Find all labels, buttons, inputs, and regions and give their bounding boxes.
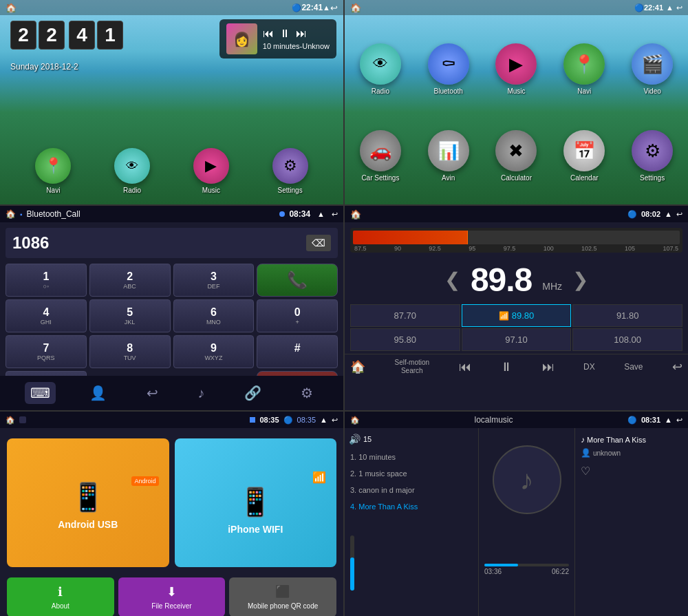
freq-down-btn[interactable]: ❮: [444, 268, 460, 291]
self-motion-btn[interactable]: Self-motionSearch: [394, 359, 429, 375]
settings-icon-bt[interactable]: ⚙: [295, 382, 319, 404]
key-2[interactable]: 2ABC: [89, 264, 171, 297]
grid-radio[interactable]: 👁 Radio: [348, 28, 413, 111]
preset-8980[interactable]: 📶 89.80: [462, 304, 572, 327]
freq-label-875: 87.5: [354, 245, 367, 252]
home-icon-bt[interactable]: 🏠: [6, 209, 16, 219]
expand-radio[interactable]: ▲: [665, 210, 672, 218]
heart-icon[interactable]: ♡: [581, 465, 682, 478]
carset-circle[interactable]: 🚗: [360, 130, 401, 171]
grid-navi[interactable]: 📍 Navi: [552, 28, 616, 111]
radio-app[interactable]: 👁 Radio: [114, 148, 150, 194]
digit-2: 2: [39, 21, 65, 50]
music-app[interactable]: ▶ Music: [193, 148, 229, 194]
home-icon[interactable]: 🏠: [6, 3, 17, 13]
key-3[interactable]: 3DEF: [173, 264, 255, 297]
playlist-item-4[interactable]: 4. More Than A Kiss: [345, 498, 478, 515]
dx-btn[interactable]: DX: [583, 362, 595, 372]
playlist-item-3[interactable]: 3. canon in d major: [345, 482, 478, 498]
expand-music[interactable]: ▲: [665, 416, 672, 424]
recent-icon[interactable]: ↩: [141, 382, 164, 404]
key-0[interactable]: 0+: [257, 299, 338, 332]
save-btn-radio[interactable]: Save: [624, 362, 643, 372]
expand-2[interactable]: ▲: [666, 3, 674, 12]
home-icon-mirror[interactable]: 🏠: [6, 416, 15, 425]
expand-icon-1[interactable]: ▲: [323, 3, 330, 12]
key-4[interactable]: 4GHI: [6, 299, 87, 332]
preset-8770[interactable]: 87.70: [350, 304, 460, 327]
iphone-wifi-btn[interactable]: 📶 📱 iPhone WIFI: [175, 438, 337, 567]
freq-unit: MHz: [542, 281, 562, 299]
settings-icon-home[interactable]: ⚙: [272, 148, 308, 184]
grid-music[interactable]: ▶ Music: [484, 28, 549, 111]
expand-mirror[interactable]: ▲: [320, 416, 327, 424]
time-total: 06:22: [552, 568, 569, 575]
prev-radio[interactable]: ⏮: [459, 360, 471, 374]
grid-avin[interactable]: 📊 Avin: [416, 114, 481, 198]
file-receiver-btn[interactable]: ⬇ File Receiver: [118, 577, 226, 616]
key-5[interactable]: 5JKL: [89, 299, 171, 332]
expand-bt[interactable]: ▲: [317, 210, 325, 218]
playlist-item-1[interactable]: 1. 10 minutes: [345, 449, 478, 465]
grid-settings[interactable]: ⚙ Settings: [620, 114, 685, 198]
bt-circle[interactable]: ⚰: [428, 43, 469, 85]
home-ctrl-radio[interactable]: 🏠: [350, 359, 365, 374]
back-ctrl-radio[interactable]: ↩: [672, 359, 682, 374]
freq-up-btn[interactable]: ❯: [572, 268, 588, 291]
about-btn[interactable]: ℹ About: [7, 577, 114, 616]
key-1[interactable]: 1○◦: [6, 264, 87, 297]
backspace-btn[interactable]: ⌫: [306, 235, 331, 251]
link-icon[interactable]: 🔗: [239, 382, 267, 404]
back-music[interactable]: ↩: [676, 416, 682, 425]
calc-circle[interactable]: ✖: [495, 130, 537, 171]
android-usb-btn[interactable]: Android 📱 Android USB: [7, 438, 169, 567]
back-2[interactable]: ↩: [676, 3, 682, 12]
navi-circle[interactable]: 📍: [563, 43, 605, 85]
next-btn-1[interactable]: ⏭: [296, 28, 307, 40]
grid-bluetooth[interactable]: ⚰ Bluetooth: [416, 28, 481, 111]
radio-circle[interactable]: 👁: [360, 43, 401, 85]
music-icon-home[interactable]: ▶: [193, 148, 229, 184]
preset-9710[interactable]: 97.10: [462, 328, 572, 351]
sett-circle[interactable]: ⚙: [632, 130, 673, 171]
music-circle[interactable]: ▶: [495, 43, 537, 85]
key-6[interactable]: 6MNO: [173, 299, 255, 332]
video-circle[interactable]: 🎬: [632, 43, 673, 85]
music-icon-bt[interactable]: ♪: [192, 383, 210, 404]
home-icon-2[interactable]: 🏠: [350, 3, 361, 13]
home-icon-radio[interactable]: 🏠: [350, 209, 361, 220]
key-7[interactable]: 7PQRS: [6, 335, 87, 368]
home-icon-music[interactable]: 🏠: [350, 416, 360, 425]
preset-10800[interactable]: 108.00: [572, 328, 682, 351]
next-radio[interactable]: ⏭: [542, 360, 555, 374]
call-btn[interactable]: 📞: [257, 264, 338, 297]
qr-code-btn[interactable]: ⬛ Mobile phone QR code: [229, 577, 336, 616]
key-8[interactable]: 8TUV: [89, 335, 171, 368]
grid-calendar[interactable]: 📅 Calendar: [552, 114, 616, 198]
preset-9580[interactable]: 95.80: [350, 328, 460, 351]
keypad-icon[interactable]: ⌨: [25, 382, 56, 404]
grid-calc[interactable]: ✖ Calculator: [484, 114, 549, 198]
back-radio[interactable]: ↩: [676, 210, 682, 219]
back-mirror[interactable]: ↩: [332, 416, 338, 425]
back-bt[interactable]: ↩: [332, 210, 338, 219]
cal-circle[interactable]: 📅: [563, 130, 605, 171]
play-radio[interactable]: ⏸: [500, 360, 513, 374]
settings-app[interactable]: ⚙ Settings: [272, 148, 308, 194]
grid-video[interactable]: 🎬 Video: [620, 28, 685, 111]
radio-icon-home[interactable]: 👁: [114, 148, 150, 184]
navi-app[interactable]: 📍 Navi: [35, 148, 71, 194]
bt-icon-music: 🔵: [627, 416, 637, 425]
key-9[interactable]: 9WXYZ: [173, 335, 255, 368]
navi-icon[interactable]: 📍: [35, 148, 71, 184]
playlist-item-2[interactable]: 2. 1 music space: [345, 465, 478, 482]
pause-btn-1[interactable]: ⏸: [279, 28, 290, 40]
prev-btn-1[interactable]: ⏮: [263, 28, 274, 40]
time-mirror: 08:35: [259, 416, 279, 424]
key-hash[interactable]: #: [257, 335, 338, 368]
preset-9180[interactable]: 91.80: [572, 304, 682, 327]
avin-circle[interactable]: 📊: [428, 130, 469, 171]
grid-carset[interactable]: 🚗 Car Settings: [348, 114, 413, 198]
contacts-icon[interactable]: 👤: [84, 382, 112, 404]
back-icon-1[interactable]: ↩: [330, 3, 338, 13]
